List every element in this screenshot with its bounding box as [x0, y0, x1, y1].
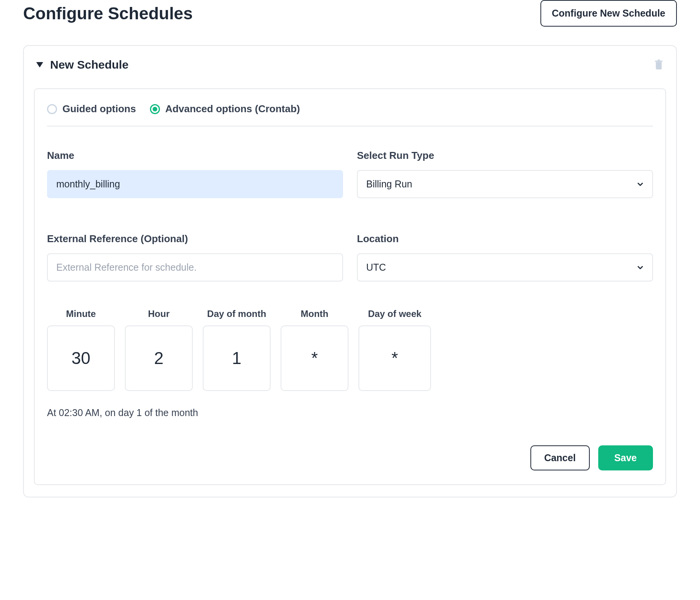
- cron-day-of-month-input[interactable]: [203, 325, 271, 391]
- cancel-button[interactable]: Cancel: [530, 445, 590, 470]
- external-reference-label: External Reference (Optional): [47, 233, 343, 245]
- page-header: Configure Schedules Configure New Schedu…: [23, 0, 677, 45]
- cron-month-label: Month: [301, 308, 328, 319]
- guided-options-radio[interactable]: Guided options: [47, 103, 136, 115]
- name-input[interactable]: [47, 170, 343, 198]
- svg-rect-0: [656, 62, 661, 69]
- page-title: Configure Schedules: [23, 4, 193, 23]
- cron-minute-input[interactable]: [47, 325, 115, 391]
- run-type-select[interactable]: Billing Run: [357, 170, 653, 198]
- save-button[interactable]: Save: [598, 445, 653, 470]
- panel-toggle[interactable]: New Schedule: [36, 58, 128, 71]
- configure-new-schedule-button[interactable]: Configure New Schedule: [540, 0, 677, 27]
- advanced-options-label: Advanced options (Crontab): [165, 103, 300, 115]
- cron-day-of-week-input[interactable]: [358, 325, 431, 391]
- name-label: Name: [47, 150, 343, 162]
- delete-schedule-button[interactable]: [654, 59, 664, 71]
- guided-options-label: Guided options: [62, 103, 136, 115]
- schedule-form-card: Guided options Advanced options (Crontab…: [34, 88, 666, 485]
- cron-hour-field: Hour: [125, 308, 193, 391]
- cron-minute-label: Minute: [66, 308, 96, 319]
- cron-day-of-month-label: Day of month: [207, 308, 266, 319]
- cron-fields-row: Minute Hour Day of month Month Day of we…: [47, 308, 653, 391]
- form-grid: Name Select Run Type Billing Run Externa…: [47, 150, 653, 281]
- cron-day-of-week-field: Day of week: [358, 308, 431, 391]
- external-reference-field: External Reference (Optional): [47, 233, 343, 281]
- cron-summary-text: At 02:30 AM, on day 1 of the month: [47, 407, 653, 418]
- advanced-options-radio[interactable]: Advanced options (Crontab): [150, 103, 300, 115]
- cron-day-of-week-label: Day of week: [368, 308, 422, 319]
- run-type-field: Select Run Type Billing Run: [357, 150, 653, 198]
- location-label: Location: [357, 233, 653, 245]
- location-select[interactable]: UTC: [357, 253, 653, 281]
- cron-minute-field: Minute: [47, 308, 115, 391]
- radio-icon-selected: [150, 104, 160, 114]
- location-field: Location UTC: [357, 233, 653, 281]
- svg-rect-1: [655, 61, 663, 62]
- caret-down-icon: [36, 62, 43, 67]
- form-actions: Cancel Save: [47, 445, 653, 470]
- cron-day-of-month-field: Day of month: [203, 308, 271, 391]
- panel-header: New Schedule: [34, 55, 666, 88]
- options-mode-radio-group: Guided options Advanced options (Crontab…: [47, 103, 653, 126]
- cron-month-field: Month: [281, 308, 348, 391]
- cron-hour-input[interactable]: [125, 325, 193, 391]
- schedule-panel: New Schedule Guided options Advanced opt…: [23, 45, 677, 497]
- panel-title: New Schedule: [50, 58, 128, 71]
- name-field: Name: [47, 150, 343, 198]
- svg-rect-2: [658, 59, 660, 61]
- cron-hour-label: Hour: [148, 308, 170, 319]
- radio-icon: [47, 104, 57, 114]
- run-type-label: Select Run Type: [357, 150, 653, 162]
- cron-month-input[interactable]: [281, 325, 348, 391]
- external-reference-input[interactable]: [47, 253, 343, 281]
